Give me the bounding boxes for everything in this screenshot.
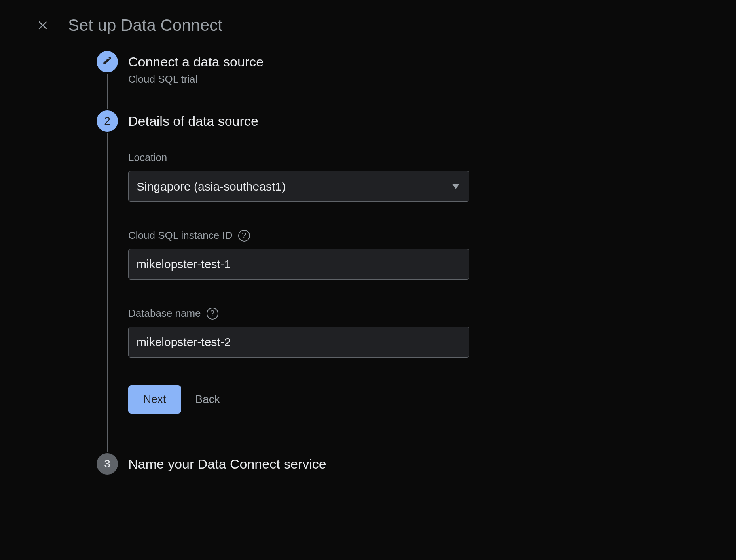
database-name-label: Database name xyxy=(128,307,201,320)
instance-id-input[interactable] xyxy=(128,249,469,280)
step-1-title: Connect a data source xyxy=(128,51,736,72)
step-connector xyxy=(107,133,108,452)
instance-id-label: Cloud SQL instance ID xyxy=(128,229,233,242)
step-2-circle: 2 xyxy=(97,110,118,132)
next-button[interactable]: Next xyxy=(128,385,181,414)
step-details-data-source: 2 Details of data source Location Singap… xyxy=(97,110,736,453)
page-title: Set up Data Connect xyxy=(68,16,222,35)
step-connect-data-source: Connect a data source Cloud SQL trial xyxy=(97,51,736,110)
help-icon[interactable]: ? xyxy=(238,230,250,242)
step-1-subtitle: Cloud SQL trial xyxy=(128,73,736,85)
location-label: Location xyxy=(128,151,736,164)
step-2-number: 2 xyxy=(104,115,110,127)
step-name-service: 3 Name your Data Connect service xyxy=(97,453,736,482)
step-3-number: 3 xyxy=(104,458,110,470)
back-button[interactable]: Back xyxy=(195,385,220,414)
database-name-input[interactable] xyxy=(128,327,469,358)
help-icon[interactable]: ? xyxy=(207,308,218,320)
step-2-title: Details of data source xyxy=(128,110,736,132)
step-3-title: Name your Data Connect service xyxy=(128,453,736,475)
close-icon[interactable] xyxy=(36,19,49,32)
step-3-circle: 3 xyxy=(97,453,118,475)
pencil-icon xyxy=(102,55,112,68)
step-connector xyxy=(107,74,108,109)
step-1-circle[interactable] xyxy=(97,51,118,72)
location-select[interactable]: Singapore (asia-southeast1) xyxy=(128,171,469,202)
